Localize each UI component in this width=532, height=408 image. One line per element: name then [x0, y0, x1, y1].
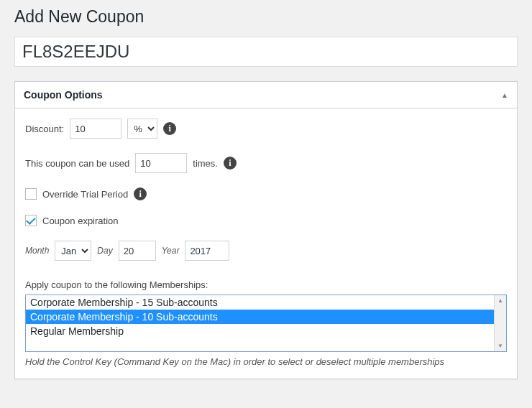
discount-row: Discount: % i — [25, 119, 507, 139]
uses-label-before: This coupon can be used — [25, 158, 129, 169]
info-icon[interactable]: i — [163, 122, 176, 135]
coupon-code-input[interactable] — [14, 37, 518, 67]
list-item[interactable]: Corporate Membership - 10 Sub-accounts — [26, 310, 494, 324]
expiration-checkbox[interactable] — [25, 215, 37, 226]
scroll-down-icon[interactable]: ▼ — [497, 340, 503, 351]
month-select[interactable]: Jan — [55, 241, 91, 261]
memberships-label: Apply coupon to the following Membership… — [25, 279, 507, 290]
discount-value-input[interactable] — [70, 119, 121, 139]
memberships-hint: Hold the Control Key (Command Key on the… — [25, 356, 507, 367]
date-row: Month Jan Day Year — [25, 241, 507, 261]
page-title: Add New Coupon — [14, 7, 518, 27]
uses-input[interactable] — [135, 153, 187, 173]
panel-title: Coupon Options — [24, 89, 103, 101]
memberships-section: Apply coupon to the following Membership… — [25, 279, 507, 367]
list-item[interactable]: Corporate Membership - 15 Sub-accounts — [26, 295, 494, 310]
scroll-up-icon[interactable]: ▲ — [497, 295, 503, 306]
year-label: Year — [162, 246, 180, 256]
uses-row: This coupon can be used times. i — [25, 153, 507, 173]
coupon-options-panel: Coupon Options ▲ Discount: % i This coup… — [14, 81, 518, 379]
day-input[interactable] — [119, 241, 156, 261]
memberships-multiselect[interactable]: Corporate Membership - 15 Sub-accounts C… — [25, 295, 507, 352]
collapse-icon[interactable]: ▲ — [501, 91, 508, 99]
month-label: Month — [25, 246, 49, 256]
override-trial-label: Override Trial Period — [42, 189, 128, 200]
expiration-label: Coupon expiration — [42, 215, 119, 226]
year-input[interactable] — [185, 241, 229, 261]
day-label: Day — [97, 246, 112, 256]
info-icon[interactable]: i — [224, 157, 237, 170]
uses-label-after: times. — [193, 158, 218, 169]
list-item[interactable]: Regular Membership — [26, 324, 494, 338]
info-icon[interactable]: i — [134, 187, 147, 200]
override-trial-row: Override Trial Period i — [25, 187, 507, 200]
panel-header[interactable]: Coupon Options ▲ — [15, 82, 517, 108]
discount-unit-select[interactable]: % — [127, 119, 157, 139]
override-trial-checkbox[interactable] — [25, 188, 37, 200]
expiration-row: Coupon expiration — [25, 215, 507, 226]
scrollbar[interactable]: ▲ ▼ — [494, 295, 506, 351]
discount-label: Discount: — [25, 124, 64, 134]
